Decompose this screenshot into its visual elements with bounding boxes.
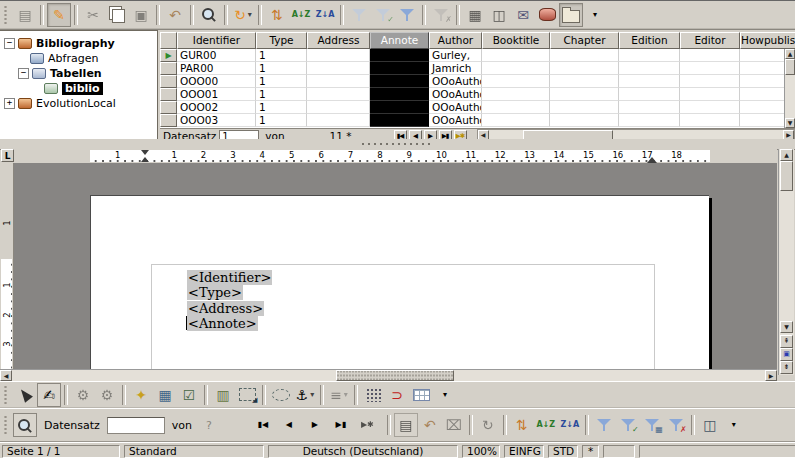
automatic-control-focus-button[interactable] [235, 383, 259, 407]
table-cell[interactable] [307, 88, 370, 101]
select-button[interactable] [13, 383, 37, 407]
table-cell[interactable] [307, 62, 370, 75]
collapse-icon[interactable]: − [4, 38, 15, 49]
scroll-up-icon[interactable]: ▲ [785, 49, 795, 59]
vertical-ruler[interactable]: 1123 [0, 163, 14, 369]
add-field-button[interactable]: ▦ [153, 383, 177, 407]
table-cell[interactable]: OOO02 [177, 101, 256, 114]
table-cell[interactable] [482, 88, 550, 101]
table-cell[interactable]: Jamrich [429, 62, 482, 75]
mail-merge-field[interactable]: <Annote> [187, 316, 258, 331]
table-cell[interactable]: 1 [256, 75, 307, 88]
document-page[interactable]: <Identifier><Type><Address><Annote> [90, 195, 709, 369]
current-record-marker[interactable]: ▶ [160, 49, 177, 62]
row-header[interactable] [160, 62, 177, 75]
table-cell[interactable] [680, 62, 740, 75]
table-cell[interactable]: 1 [256, 88, 307, 101]
edit-data-button[interactable]: ✎ [47, 3, 71, 27]
record-number-input[interactable] [107, 417, 165, 434]
table-cell[interactable] [680, 114, 740, 127]
form-based-filters-button[interactable]: ▦ [640, 413, 664, 437]
apply-filter-button[interactable]: ✓ [616, 413, 640, 437]
mail-merge-field[interactable]: <Identifier> [187, 270, 272, 285]
first-record-button[interactable]: ▮◀ [255, 413, 271, 437]
table-cell[interactable] [550, 101, 619, 114]
explorer-on-off-button[interactable] [559, 3, 583, 27]
table-cell[interactable] [482, 62, 550, 75]
status-context-info[interactable] [639, 445, 795, 458]
sort-ascending-button[interactable]: A↓Z [534, 413, 558, 437]
scroll-right-icon[interactable]: ▶ [765, 370, 777, 381]
table-cell[interactable] [370, 49, 429, 62]
collapse-icon[interactable]: − [18, 68, 29, 79]
copy-button[interactable] [105, 3, 129, 27]
find-record-button[interactable] [197, 3, 221, 27]
find-record-button[interactable] [13, 413, 37, 437]
column-header-address[interactable]: Address [307, 32, 370, 49]
table-cell[interactable] [619, 88, 680, 101]
table-vertical-scrollbar[interactable]: ▲ ▼ [784, 49, 795, 128]
status-selection-mode[interactable]: STD [548, 445, 578, 458]
undo-data-entry-button[interactable]: ↶ [418, 413, 442, 437]
remove-filter-sort-button[interactable]: ✗ [664, 413, 688, 437]
table-cell[interactable] [482, 75, 550, 88]
row-header-corner[interactable] [160, 32, 177, 49]
table-row[interactable]: OOO001OOoAutho [160, 75, 785, 88]
last-record-button[interactable]: ▶▮ [333, 413, 349, 437]
table-row[interactable]: OOO021OOoAutho [160, 101, 785, 114]
table-row[interactable]: PAR001Jamrich [160, 62, 785, 75]
current-document-data-source-button[interactable] [535, 3, 559, 27]
standard-filter-button[interactable] [395, 3, 419, 27]
tab-stop-selector[interactable]: L [1, 149, 14, 162]
sort-ascending-button[interactable]: A↓Z [289, 3, 313, 27]
open-in-design-mode-button[interactable]: ▥ [211, 383, 235, 407]
column-header-howpublish[interactable]: Howpublish [740, 32, 795, 49]
table-cell[interactable] [619, 75, 680, 88]
toolbar-grip[interactable] [3, 385, 9, 405]
table-cell[interactable] [740, 88, 785, 101]
tree-item-biblio[interactable]: biblio [0, 81, 157, 96]
sort-descending-button[interactable]: Z↓A [313, 3, 337, 27]
scroll-left-icon[interactable]: ◀ [0, 370, 12, 381]
data-to-text-button[interactable]: ▦ [463, 3, 487, 27]
table-cell[interactable]: PAR00 [177, 62, 256, 75]
table-cell[interactable] [307, 114, 370, 127]
refresh-button[interactable]: ↻▾ [231, 3, 255, 27]
navigation-icon[interactable]: ▣ [780, 348, 793, 361]
data-to-fields-button[interactable]: ◫ [487, 3, 511, 27]
table-cell[interactable] [370, 101, 429, 114]
status-zoom-level[interactable]: 100% [462, 445, 500, 458]
scroll-thumb[interactable] [780, 161, 793, 191]
auto-filter-button[interactable] [347, 3, 371, 27]
data-source-as-table-button[interactable]: ◫ [698, 413, 722, 437]
sort-descending-button[interactable]: Z↓A [558, 413, 582, 437]
table-cell[interactable] [307, 101, 370, 114]
standard-filter-button[interactable] [592, 413, 616, 437]
row-header[interactable] [160, 88, 177, 101]
status-document-modified[interactable]: * [582, 445, 599, 458]
table-cell[interactable] [619, 49, 680, 62]
scroll-up-icon[interactable]: ▲ [780, 149, 793, 161]
table-cell[interactable]: OOoAutho [429, 88, 482, 101]
mail-merge-field[interactable]: <Type> [187, 285, 243, 300]
row-header[interactable] [160, 114, 177, 127]
table-cell[interactable]: Gurley, [429, 49, 482, 62]
table-cell[interactable] [680, 101, 740, 114]
table-cell[interactable] [550, 49, 619, 62]
dropdown-arrow-icon[interactable]: ▾ [310, 390, 314, 399]
table-cell[interactable]: 1 [256, 101, 307, 114]
next-record-button[interactable]: ▶ [307, 413, 323, 437]
column-header-editor[interactable]: Editor [680, 32, 740, 49]
table-cell[interactable] [370, 75, 429, 88]
tree-item-tabellen[interactable]: −Tabellen [0, 66, 157, 81]
tree-item-abfragen[interactable]: Abfragen [0, 51, 157, 66]
new-record-button[interactable]: ▶✱ [359, 413, 376, 437]
undo-button[interactable]: ↶ [163, 3, 187, 27]
table-cell[interactable]: OOO00 [177, 75, 256, 88]
table-cell[interactable] [482, 49, 550, 62]
scroll-down-icon[interactable]: ▼ [785, 118, 795, 128]
table-row[interactable]: OOO011OOoAutho [160, 88, 785, 101]
row-header[interactable] [160, 75, 177, 88]
toolbar-grip[interactable] [3, 5, 9, 25]
helplines-when-moving-button[interactable] [409, 383, 433, 407]
